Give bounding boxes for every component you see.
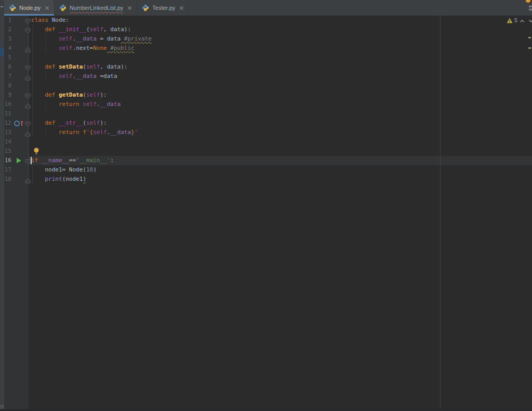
line-number[interactable]: 12 (4, 118, 11, 128)
code-line-13: 13 return f'{self.__data}' (0, 128, 532, 137)
python-file-icon (59, 4, 66, 11)
code-line-6: 6 def setData(self, data): (0, 62, 532, 72)
code-line-1: 1class Node: (0, 16, 532, 25)
fold-marker-icon[interactable] (25, 45, 31, 51)
line-number[interactable]: 11 (4, 109, 11, 118)
menu-icon[interactable] (529, 6, 532, 11)
fold-marker-icon[interactable] (25, 26, 31, 32)
fold-marker-icon[interactable] (25, 64, 31, 70)
code-line-text[interactable]: return self.__data (31, 100, 121, 109)
line-number[interactable]: 15 (4, 147, 11, 156)
line-number[interactable]: 18 (4, 175, 11, 184)
error-stripe-mark[interactable] (528, 37, 531, 38)
code-line-text[interactable]: def getData(self): (31, 90, 107, 100)
ide-window: { "tabs": [ {"label": "Node.py", "active… (0, 0, 532, 411)
code-line-text[interactable]: self.next=None #public (31, 44, 135, 53)
code-line-11: 11 (0, 109, 532, 118)
line-number[interactable]: 16 (4, 156, 11, 165)
code-line-text[interactable]: node1= Node(10) (31, 165, 97, 175)
code-line-4: 4 self.next=None #public (0, 44, 532, 53)
code-line-9: 9 def getData(self): (0, 90, 532, 100)
tab-node-py[interactable]: Node.py (4, 0, 55, 16)
fold-marker-icon[interactable] (25, 101, 31, 107)
stripe-dash-icon (1, 6, 3, 7)
prev-problem-icon[interactable] (520, 19, 525, 23)
line-number[interactable]: 8 (4, 81, 11, 90)
tab-label: Node.py (19, 5, 41, 11)
text-caret (31, 157, 32, 164)
tab-label: Tester.py (152, 5, 175, 11)
line-number[interactable]: 6 (4, 62, 11, 72)
tab-close-icon[interactable] (127, 6, 132, 10)
editor-tab-bar: Node.py NumberLinkedList.py Tester.py (4, 0, 532, 16)
code-line-text[interactable]: def __str__(self): (31, 118, 107, 128)
code-line-text[interactable]: def __init__(self, data): (31, 25, 131, 34)
line-number[interactable]: 2 (4, 25, 11, 34)
window-bottom-border (0, 409, 532, 411)
code-line-text[interactable]: def setData(self, data): (31, 62, 127, 72)
code-line-12: 12 def __str__(self): (0, 118, 532, 128)
line-number[interactable]: 7 (4, 72, 11, 81)
line-number[interactable]: 5 (4, 53, 11, 62)
python-file-icon (142, 4, 149, 11)
tab-close[interactable] (179, 6, 184, 10)
tab-numberlinkedlist-py[interactable]: NumberLinkedList.py (55, 0, 137, 16)
code-line-14: 14 (0, 137, 532, 147)
run-gutter-icon[interactable] (14, 156, 23, 165)
fold-marker-icon[interactable] (25, 17, 31, 23)
tab-close[interactable] (45, 6, 49, 10)
warning-count: 5 (514, 17, 517, 23)
code-line-text[interactable]: class Node: (31, 16, 69, 25)
error-stripe-mark[interactable] (528, 47, 531, 49)
code-line-15: 15 (0, 147, 532, 156)
line-number[interactable]: 10 (4, 100, 11, 109)
tab-label: NumberLinkedList.py (70, 5, 123, 11)
line-number[interactable]: 3 (4, 34, 11, 44)
code-line-7: 7 self.__data =data (0, 72, 532, 81)
fold-marker-icon[interactable] (25, 157, 31, 163)
code-line-18: 18 print(node1) (0, 175, 532, 184)
override-method-icon[interactable] (14, 118, 23, 128)
code-line-16: 16if __name__=='__main__': (0, 156, 532, 165)
line-number[interactable]: 14 (4, 137, 11, 147)
code-line-10: 10 return self.__data (0, 100, 532, 109)
warning-triangle-icon (507, 18, 513, 23)
line-number[interactable]: 9 (4, 90, 11, 100)
line-number[interactable]: 17 (4, 165, 11, 175)
code-line-text[interactable]: if __name__=='__main__': (31, 156, 114, 165)
code-line-3: 3 self.__data = data #private (0, 34, 532, 44)
python-file-icon (9, 4, 16, 11)
fold-marker-icon[interactable] (25, 176, 31, 182)
code-line-text[interactable]: self.__data =data (31, 72, 117, 81)
inspections-widget[interactable]: 5 (507, 17, 517, 23)
tab-close-icon[interactable] (45, 6, 49, 10)
code-line-text[interactable]: print(node1) (31, 175, 86, 184)
code-line-text[interactable]: return f'{self.__data}' (31, 128, 138, 137)
line-number[interactable]: 4 (4, 44, 11, 53)
code-line-17: 17 node1= Node(10) (0, 165, 532, 175)
next-problem-icon[interactable] (528, 19, 532, 23)
fold-marker-icon[interactable] (25, 129, 31, 135)
tab-close-icon[interactable] (179, 6, 184, 10)
fold-marker-icon[interactable] (25, 73, 31, 79)
tab-tester-py[interactable]: Tester.py (137, 0, 189, 16)
code-line-2: 2 def __init__(self, data): (0, 25, 532, 34)
code-line-8: 8 (0, 81, 532, 90)
line-number[interactable]: 13 (4, 128, 11, 137)
line-number[interactable]: 1 (4, 16, 11, 25)
code-line-5: 5 (0, 53, 532, 62)
tab-close[interactable] (127, 6, 132, 10)
fold-marker-icon[interactable] (25, 120, 31, 126)
right-margin-guide (440, 16, 441, 409)
code-line-text[interactable]: self.__data = data #private (31, 34, 152, 44)
fold-marker-icon[interactable] (25, 92, 31, 98)
